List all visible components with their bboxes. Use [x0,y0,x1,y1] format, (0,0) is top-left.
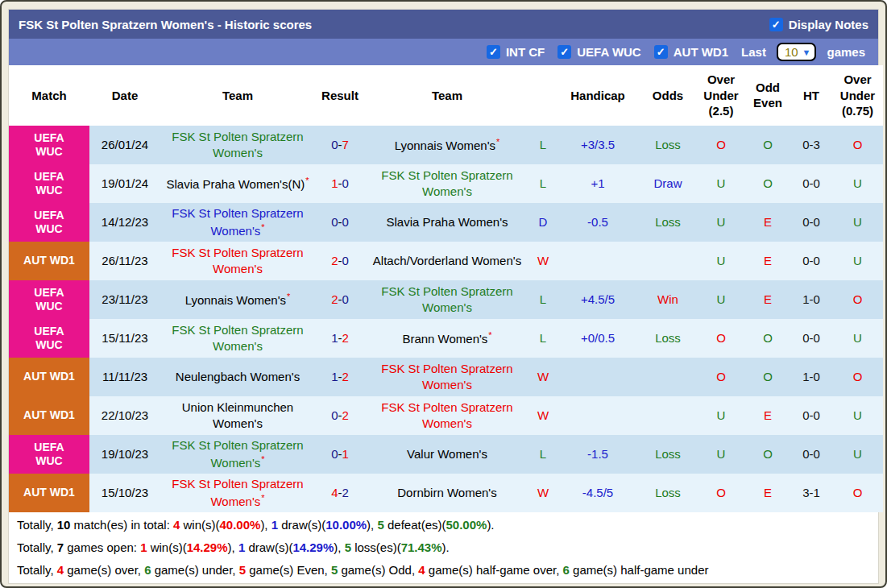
away-team-name: Slavia Praha Women's [387,215,508,229]
league-badge: AUT WD1 [9,242,89,280]
column-header-11: Over Under (0.75) [832,65,883,126]
away-team-name: Dornbirn Women's [397,486,496,499]
away-score: 0 [342,254,349,267]
summary-segment: game(s) Odd, [338,563,418,577]
column-header-10: HT [790,65,832,126]
ht-score: 1-0 [790,358,832,396]
over-under-25: O [697,319,745,358]
away-team-name: Valur Women's [407,447,487,461]
page-background: FSK St Polten Spratzern Women's - Histor… [0,0,887,588]
over-under-075: O [832,358,883,396]
score-cell: 0-1 [315,435,365,474]
summary-segment: 7 [57,540,64,554]
column-header-3: Result [315,65,365,126]
odds-result: Loss [639,474,697,512]
over-under-25: O [697,358,745,396]
summary-segment: 6 [563,563,570,577]
home-score: 1 [331,370,338,383]
home-score: 2 [331,292,338,306]
odd-even: E [745,280,790,319]
score-cell: 4-2 [315,474,365,512]
home-team-name: FSK St Polten Spratzern Women's [172,206,303,238]
over-under-25: U [697,396,745,435]
summary-segment: 40.00% [220,518,261,532]
over-under-075: U [832,164,883,203]
ht-score: 0-0 [790,396,832,435]
games-label: games [827,45,865,59]
home-score: 0 [331,408,338,422]
summary-segment: game(s) under, [151,563,238,577]
odd-even: E [745,474,790,512]
home-team-name: Union Kleinmunchen Women's [182,400,293,430]
uefa-wuc-label: UEFA WUC [577,45,640,59]
away-team-cell: FSK St Polten Spratzern Women's* [365,280,529,319]
away-score: 2 [342,370,349,383]
home-team-star: * [287,292,290,301]
summary-segment: 5 [331,563,338,577]
int-cf-checkbox[interactable]: ✓ [487,45,500,59]
summary-segment: 71.43% [401,540,442,554]
home-team-name: FSK St Polten Spratzern Women's [172,323,303,353]
summary-segment: 1 [238,540,245,554]
column-header-9: Odd Even [745,65,790,126]
handicap-value: -0.5 [557,203,639,242]
score-cell: 1-0 [315,164,365,203]
away-team-cell: FSK St Polten Spratzern Women's* [365,164,529,203]
summary-segment: game(s) Even, [246,563,331,577]
odd-even: O [745,358,790,396]
match-date: 11/11/23 [89,358,160,396]
home-team-cell: Union Kleinmunchen Women's* [160,396,315,435]
home-team-name: FSK St Polten Spratzern Women's [172,130,303,159]
summary-line-0: Totally, 10 match(es) in total: 4 win(s)… [9,513,878,536]
odd-even: O [745,126,790,164]
home-team-name: Slavia Praha Women's(N) [166,177,305,191]
match-date: 14/12/23 [89,203,160,242]
summary-segment: ), [334,540,344,554]
summary-segment: ), [367,518,377,532]
table-row: AUT WD1 15/10/23 FSK St Polten Spratzern… [9,474,883,512]
odds-result: Loss [639,203,697,242]
score-cell: 0-2 [315,396,365,435]
last-games-select[interactable]: 10 ▼ [777,43,817,61]
filter-int-cf: ✓ INT CF [487,45,545,59]
away-team-cell: Lyonnais Women's* [365,126,529,164]
over-under-25: O [697,474,745,512]
over-under-075: U [832,242,883,280]
home-score: 1 [331,176,338,190]
aut-wd1-label: AUT WD1 [674,45,728,59]
away-team-cell: Dornbirn Women's* [365,474,529,512]
league-badge: UEFA WUC [9,435,89,474]
summary-segment: 5 [377,518,383,532]
column-header-2: Team [160,65,315,126]
summary-segment: Totally, [17,563,57,577]
odds-result: Loss [639,126,697,164]
summary-line-1: Totally, 7 games open: 1 win(s)(14.29%),… [9,536,878,558]
league-badge: AUT WD1 [9,474,89,512]
score-cell: 2-0 [315,280,365,319]
table-row: AUT WD1 26/11/23 FSK St Polten Spratzern… [9,242,883,280]
home-team-cell: Slavia Praha Women's(N)* [160,164,315,203]
home-team-name: Lyonnais Women's [185,293,286,307]
summary-line-2: Totally, 4 game(s) over, 6 game(s) under… [9,558,878,581]
home-team-cell: FSK St Polten Spratzern Women's* [160,203,315,242]
table-header-row: MatchDateTeamResultTeamHandicapOddsOver … [9,65,883,126]
display-notes-label: Display Notes [789,18,868,31]
away-score: 2 [342,486,349,499]
display-notes-checkbox[interactable]: ✓ [769,18,783,31]
last-label: Last [741,45,766,59]
filter-bar: ✓ INT CF ✓ UEFA WUC ✓ AUT WD1 Last 10 ▼ … [9,39,878,65]
away-score: 2 [342,331,349,345]
over-under-25: U [697,280,745,319]
column-header-6: Handicap [557,65,639,126]
aut-wd1-checkbox[interactable]: ✓ [654,45,668,59]
handicap-value: -4.5/5 [557,474,639,512]
column-header-7: Odds [639,65,697,126]
summary-segment: win(s)( [147,540,187,554]
score-cell: 0-0 [315,203,365,242]
away-team-name: Altach/Vorderland Women's [373,254,521,267]
odds-result [639,242,697,280]
summary-segment: 5 [239,563,246,577]
table-row: UEFA WUC 15/11/23 FSK St Polten Spratzer… [9,319,883,358]
handicap-value: +1 [557,164,639,203]
uefa-wuc-checkbox[interactable]: ✓ [557,45,571,59]
